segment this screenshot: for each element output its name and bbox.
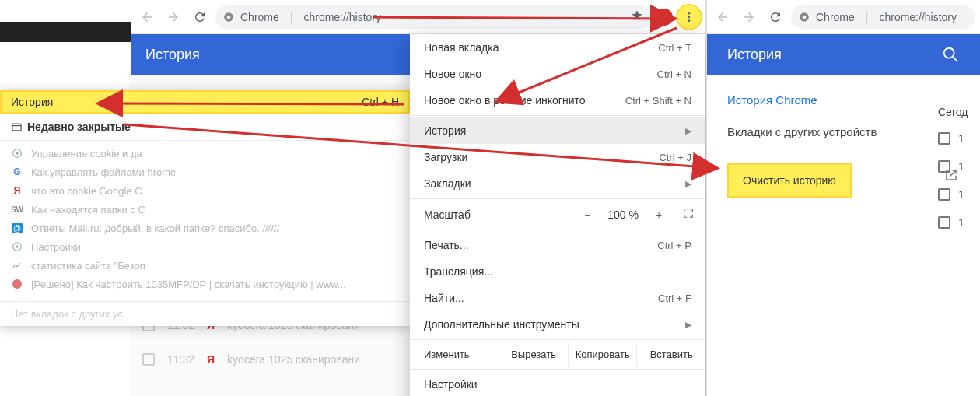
window-icon xyxy=(11,121,23,133)
generic-favicon xyxy=(11,278,23,290)
history-day-list: Сегод 1 1 1 1 xyxy=(933,106,980,237)
search-icon xyxy=(942,46,959,63)
nav-chrome-history[interactable]: История Chrome xyxy=(727,89,966,111)
dots-vertical-icon xyxy=(683,11,695,23)
menu-incognito[interactable]: Новое окно в режиме инкогнитоCtrl + Shif… xyxy=(410,87,705,114)
svg-text:@: @ xyxy=(13,224,21,233)
list-item[interactable]: 1 xyxy=(933,180,980,209)
chevron-right-icon: ▶ xyxy=(685,320,691,330)
back-button[interactable] xyxy=(712,6,733,28)
recently-closed-header: Недавно закрытые xyxy=(0,114,410,141)
menu-paste[interactable]: Вставить xyxy=(637,342,705,367)
reload-icon xyxy=(768,10,782,24)
row-title: kyocera 1025 сканировани xyxy=(227,353,360,366)
list-item[interactable]: [Решено] Как настроить 1035MFP/DP | скач… xyxy=(0,275,410,293)
history-search-button[interactable] xyxy=(935,39,966,70)
list-item[interactable]: GКак управлять файлами hrome xyxy=(0,163,410,181)
omnibox-separator: | xyxy=(290,11,293,23)
submenu-history-label: История xyxy=(11,96,53,108)
row-checkbox[interactable] xyxy=(938,160,950,173)
arrow-right-icon xyxy=(742,10,756,24)
stats-favicon xyxy=(11,259,23,272)
nav-other-tabs[interactable]: Вкладки с других устройств xyxy=(727,111,966,152)
omnibox-secure-text: Chrome xyxy=(816,11,855,23)
menu-find[interactable]: Найти...Ctrl + F xyxy=(410,285,705,311)
menu-dots-button[interactable] xyxy=(677,5,701,29)
reload-button[interactable] xyxy=(189,6,211,28)
list-item[interactable]: статистика сайта "Безоп xyxy=(0,256,410,275)
arrow-right-icon xyxy=(166,10,180,24)
zoom-out-button[interactable]: − xyxy=(578,209,597,221)
history-submenu: История Ctrl + H Недавно закрытые Управл… xyxy=(0,90,410,326)
yandex-favicon: Я xyxy=(11,184,23,197)
fullscreen-button[interactable] xyxy=(679,208,698,221)
menu-print[interactable]: Печать...Ctrl + P xyxy=(410,232,705,258)
menu-zoom: Масштаб − 100 % + xyxy=(410,201,705,228)
forward-button[interactable] xyxy=(163,6,184,28)
menu-cast[interactable]: Трансляция... xyxy=(410,258,705,285)
menu-edit-row: Изменить Вырезать Копировать Вставить xyxy=(410,342,705,367)
history-title: История xyxy=(145,47,200,63)
settings-favicon xyxy=(11,147,23,159)
menu-cut[interactable]: Вырезать xyxy=(499,342,569,367)
recently-closed-list: Управление cookie и да GКак управлять фа… xyxy=(0,141,410,301)
list-item[interactable]: 1 xyxy=(933,209,980,237)
menu-new-window[interactable]: Новое окноCtrl + N xyxy=(410,61,705,87)
menu-bookmarks[interactable]: Закладки▶ xyxy=(410,170,705,197)
google-favicon: G xyxy=(11,166,23,178)
row-checkbox[interactable] xyxy=(938,132,950,145)
chrome-main-menu: Новая вкладкаCtrl + T Новое окноCtrl + N… xyxy=(410,34,705,396)
svg-point-12 xyxy=(16,245,19,248)
arrow-left-icon xyxy=(140,10,154,24)
row-time: 11:32 xyxy=(167,353,194,366)
reload-icon xyxy=(193,10,207,24)
menu-divider xyxy=(410,115,705,116)
list-item[interactable]: SWКак находятся папки с C xyxy=(0,200,410,219)
menu-new-tab[interactable]: Новая вкладкаCtrl + T xyxy=(410,34,705,61)
sw-favicon: SW xyxy=(11,203,23,216)
reload-button[interactable] xyxy=(765,6,786,28)
row-checkbox[interactable] xyxy=(938,188,950,201)
chrome-icon xyxy=(223,12,234,23)
menu-downloads[interactable]: ЗагрузкиCtrl + J xyxy=(410,144,705,170)
submenu-history-item[interactable]: История Ctrl + H xyxy=(0,90,410,114)
chevron-right-icon: ▶ xyxy=(685,126,691,136)
menu-history[interactable]: История▶ xyxy=(410,117,705,144)
forward-button[interactable] xyxy=(738,6,760,28)
list-item[interactable]: Управление cookie и да xyxy=(0,144,410,163)
list-item[interactable]: 1 xyxy=(933,124,980,152)
zoom-in-button[interactable]: + xyxy=(649,209,668,221)
omnibox-secure-text: Chrome xyxy=(240,11,279,23)
svg-point-8 xyxy=(16,152,19,155)
menu-copy[interactable]: Копировать xyxy=(569,342,638,367)
menu-more-tools[interactable]: Дополнительные инструменты▶ xyxy=(410,311,705,338)
omnibox-url: chrome://history xyxy=(303,11,381,23)
settings-favicon xyxy=(11,240,23,253)
menu-settings[interactable]: Настройки xyxy=(410,371,705,396)
list-item[interactable]: Ячто это cookie Google C xyxy=(0,181,410,200)
clear-history-button[interactable]: Очистить историю xyxy=(727,163,852,198)
omnibox-url: chrome://history xyxy=(879,11,957,23)
list-item[interactable]: @Ответы Mail.ru: добрый, в какой папке? … xyxy=(0,219,410,237)
omnibox[interactable]: Chrome | chrome://history xyxy=(215,5,651,29)
chevron-right-icon: ▶ xyxy=(685,179,691,189)
list-item[interactable]: 1 xyxy=(933,152,980,180)
day-header: Сегод xyxy=(933,106,980,118)
arrow-left-icon xyxy=(716,10,730,24)
fullscreen-icon xyxy=(683,208,694,219)
menu-divider xyxy=(410,230,705,230)
svg-point-13 xyxy=(12,279,22,289)
zoom-value: 100 % xyxy=(607,209,639,221)
profile-avatar[interactable] xyxy=(656,9,673,26)
omnibox[interactable]: Chrome | chrome://history xyxy=(791,5,975,29)
omnibox-separator: | xyxy=(866,11,869,23)
svg-point-3 xyxy=(688,16,691,18)
toolbar: Chrome | chrome://history xyxy=(131,0,705,34)
list-item[interactable]: Настройки xyxy=(0,237,410,256)
menu-divider xyxy=(410,339,705,340)
row-checkbox[interactable] xyxy=(142,353,155,366)
row-checkbox[interactable] xyxy=(938,216,950,229)
back-button[interactable] xyxy=(136,6,158,28)
background-strip xyxy=(0,22,131,42)
bookmark-star-icon[interactable] xyxy=(631,9,643,24)
